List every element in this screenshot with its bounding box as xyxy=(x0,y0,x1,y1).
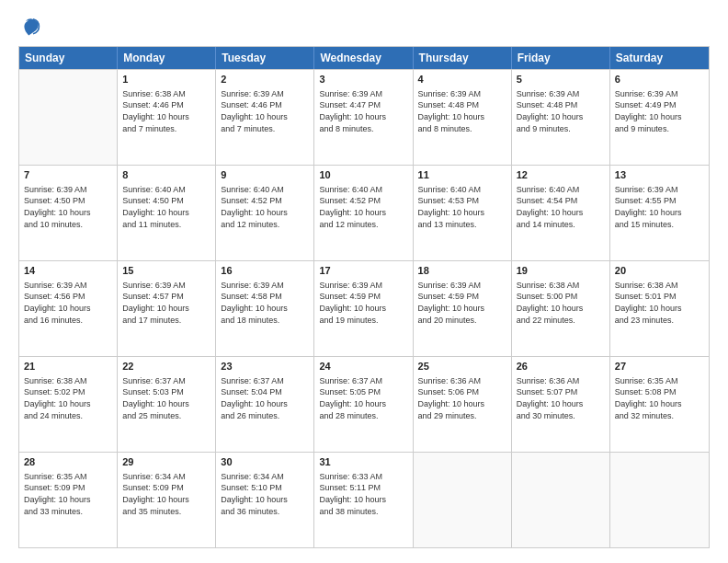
cal-cell-2: 2Sunrise: 6:39 AM Sunset: 4:46 PM Daylig… xyxy=(216,70,314,165)
day-info: Sunrise: 6:38 AM Sunset: 5:02 PM Dayligh… xyxy=(24,375,112,421)
cal-cell-5: 5Sunrise: 6:39 AM Sunset: 4:48 PM Daylig… xyxy=(512,70,610,165)
day-info: Sunrise: 6:39 AM Sunset: 4:56 PM Dayligh… xyxy=(24,280,112,326)
day-info: Sunrise: 6:37 AM Sunset: 5:05 PM Dayligh… xyxy=(319,375,407,421)
cal-cell-22: 22Sunrise: 6:37 AM Sunset: 5:03 PM Dayli… xyxy=(118,357,216,452)
day-info: Sunrise: 6:39 AM Sunset: 4:49 PM Dayligh… xyxy=(615,88,704,134)
cal-cell-9: 9Sunrise: 6:40 AM Sunset: 4:52 PM Daylig… xyxy=(216,166,314,260)
cal-cell-14: 14Sunrise: 6:39 AM Sunset: 4:56 PM Dayli… xyxy=(19,261,118,356)
calendar-body: 1Sunrise: 6:38 AM Sunset: 4:46 PM Daylig… xyxy=(19,69,709,547)
week-row-3: 14Sunrise: 6:39 AM Sunset: 4:56 PM Dayli… xyxy=(19,260,709,356)
day-number: 14 xyxy=(24,264,112,278)
day-number: 24 xyxy=(319,360,407,373)
day-number: 11 xyxy=(418,168,506,182)
header-cell-monday: Monday xyxy=(118,47,216,69)
cal-cell-11: 11Sunrise: 6:40 AM Sunset: 4:53 PM Dayli… xyxy=(414,166,512,260)
cal-cell-4: 4Sunrise: 6:39 AM Sunset: 4:48 PM Daylig… xyxy=(414,70,512,165)
day-info: Sunrise: 6:39 AM Sunset: 4:50 PM Dayligh… xyxy=(24,184,112,230)
page: SundayMondayTuesdayWednesdayThursdayFrid… xyxy=(0,0,728,563)
day-info: Sunrise: 6:40 AM Sunset: 4:52 PM Dayligh… xyxy=(221,184,309,230)
header-cell-saturday: Saturday xyxy=(610,47,709,69)
cal-cell-17: 17Sunrise: 6:39 AM Sunset: 4:59 PM Dayli… xyxy=(314,261,413,356)
day-number: 17 xyxy=(319,264,407,278)
day-info: Sunrise: 6:38 AM Sunset: 4:46 PM Dayligh… xyxy=(122,88,210,134)
cal-cell-16: 16Sunrise: 6:39 AM Sunset: 4:58 PM Dayli… xyxy=(216,261,314,356)
day-number: 16 xyxy=(221,264,309,278)
day-info: Sunrise: 6:34 AM Sunset: 5:10 PM Dayligh… xyxy=(221,471,309,517)
header-cell-wednesday: Wednesday xyxy=(314,47,413,69)
cal-cell-8: 8Sunrise: 6:40 AM Sunset: 4:50 PM Daylig… xyxy=(118,166,216,260)
day-number: 9 xyxy=(221,168,309,182)
day-info: Sunrise: 6:39 AM Sunset: 4:48 PM Dayligh… xyxy=(517,88,605,134)
day-number: 18 xyxy=(418,264,506,278)
day-number: 1 xyxy=(122,73,210,86)
day-number: 19 xyxy=(517,264,605,278)
week-row-5: 28Sunrise: 6:35 AM Sunset: 5:09 PM Dayli… xyxy=(19,452,709,547)
day-number: 15 xyxy=(122,264,210,278)
day-number: 10 xyxy=(319,168,407,182)
header-cell-thursday: Thursday xyxy=(414,47,512,69)
day-info: Sunrise: 6:38 AM Sunset: 5:00 PM Dayligh… xyxy=(517,280,605,326)
day-number: 7 xyxy=(24,168,112,182)
day-number: 28 xyxy=(24,455,112,469)
header-cell-sunday: Sunday xyxy=(19,47,118,69)
cal-cell-empty-4-4 xyxy=(414,453,512,547)
day-info: Sunrise: 6:39 AM Sunset: 4:46 PM Dayligh… xyxy=(221,88,309,134)
day-info: Sunrise: 6:39 AM Sunset: 4:47 PM Dayligh… xyxy=(319,88,407,134)
day-info: Sunrise: 6:39 AM Sunset: 4:48 PM Dayligh… xyxy=(418,88,506,134)
cal-cell-19: 19Sunrise: 6:38 AM Sunset: 5:00 PM Dayli… xyxy=(512,261,610,356)
day-info: Sunrise: 6:40 AM Sunset: 4:50 PM Dayligh… xyxy=(122,184,210,230)
day-info: Sunrise: 6:40 AM Sunset: 4:52 PM Dayligh… xyxy=(319,184,407,230)
day-info: Sunrise: 6:37 AM Sunset: 5:04 PM Dayligh… xyxy=(221,375,309,421)
day-info: Sunrise: 6:33 AM Sunset: 5:11 PM Dayligh… xyxy=(319,471,407,517)
day-number: 29 xyxy=(122,455,210,469)
cal-cell-empty-4-5 xyxy=(512,453,610,547)
day-info: Sunrise: 6:40 AM Sunset: 4:54 PM Dayligh… xyxy=(517,184,605,230)
day-number: 8 xyxy=(122,168,210,182)
day-number: 20 xyxy=(615,264,704,278)
cal-cell-3: 3Sunrise: 6:39 AM Sunset: 4:47 PM Daylig… xyxy=(314,70,413,165)
day-number: 5 xyxy=(517,73,605,86)
day-number: 3 xyxy=(319,73,407,86)
calendar-header-row: SundayMondayTuesdayWednesdayThursdayFrid… xyxy=(19,47,709,69)
day-number: 12 xyxy=(517,168,605,182)
day-info: Sunrise: 6:39 AM Sunset: 4:59 PM Dayligh… xyxy=(319,280,407,326)
week-row-4: 21Sunrise: 6:38 AM Sunset: 5:02 PM Dayli… xyxy=(19,356,709,452)
cal-cell-6: 6Sunrise: 6:39 AM Sunset: 4:49 PM Daylig… xyxy=(610,70,709,165)
day-info: Sunrise: 6:39 AM Sunset: 4:59 PM Dayligh… xyxy=(418,280,506,326)
cal-cell-1: 1Sunrise: 6:38 AM Sunset: 4:46 PM Daylig… xyxy=(118,70,216,165)
logo-icon xyxy=(18,15,40,37)
cal-cell-7: 7Sunrise: 6:39 AM Sunset: 4:50 PM Daylig… xyxy=(19,166,118,260)
day-info: Sunrise: 6:35 AM Sunset: 5:09 PM Dayligh… xyxy=(24,471,112,517)
cal-cell-24: 24Sunrise: 6:37 AM Sunset: 5:05 PM Dayli… xyxy=(314,357,413,452)
cal-cell-10: 10Sunrise: 6:40 AM Sunset: 4:52 PM Dayli… xyxy=(314,166,413,260)
day-number: 4 xyxy=(418,73,506,86)
cal-cell-empty-4-6 xyxy=(610,453,709,547)
week-row-1: 1Sunrise: 6:38 AM Sunset: 4:46 PM Daylig… xyxy=(19,69,709,165)
header xyxy=(18,15,710,37)
day-info: Sunrise: 6:37 AM Sunset: 5:03 PM Dayligh… xyxy=(122,375,210,421)
day-number: 30 xyxy=(221,455,309,469)
header-cell-tuesday: Tuesday xyxy=(216,47,314,69)
day-number: 26 xyxy=(517,360,605,373)
day-info: Sunrise: 6:39 AM Sunset: 4:57 PM Dayligh… xyxy=(122,280,210,326)
day-info: Sunrise: 6:39 AM Sunset: 4:55 PM Dayligh… xyxy=(615,184,704,230)
day-number: 21 xyxy=(24,360,112,373)
day-info: Sunrise: 6:39 AM Sunset: 4:58 PM Dayligh… xyxy=(221,280,309,326)
cal-cell-27: 27Sunrise: 6:35 AM Sunset: 5:08 PM Dayli… xyxy=(610,357,709,452)
cal-cell-21: 21Sunrise: 6:38 AM Sunset: 5:02 PM Dayli… xyxy=(19,357,118,452)
week-row-2: 7Sunrise: 6:39 AM Sunset: 4:50 PM Daylig… xyxy=(19,165,709,260)
cal-cell-28: 28Sunrise: 6:35 AM Sunset: 5:09 PM Dayli… xyxy=(19,453,118,547)
day-info: Sunrise: 6:35 AM Sunset: 5:08 PM Dayligh… xyxy=(615,375,704,421)
day-info: Sunrise: 6:36 AM Sunset: 5:06 PM Dayligh… xyxy=(418,375,506,421)
day-number: 22 xyxy=(122,360,210,373)
cal-cell-25: 25Sunrise: 6:36 AM Sunset: 5:06 PM Dayli… xyxy=(414,357,512,452)
day-info: Sunrise: 6:38 AM Sunset: 5:01 PM Dayligh… xyxy=(615,280,704,326)
cal-cell-empty-0-0 xyxy=(19,70,118,165)
day-number: 25 xyxy=(418,360,506,373)
cal-cell-30: 30Sunrise: 6:34 AM Sunset: 5:10 PM Dayli… xyxy=(216,453,314,547)
day-number: 2 xyxy=(221,73,309,86)
day-number: 31 xyxy=(319,455,407,469)
cal-cell-23: 23Sunrise: 6:37 AM Sunset: 5:04 PM Dayli… xyxy=(216,357,314,452)
day-info: Sunrise: 6:36 AM Sunset: 5:07 PM Dayligh… xyxy=(517,375,605,421)
day-info: Sunrise: 6:34 AM Sunset: 5:09 PM Dayligh… xyxy=(122,471,210,517)
